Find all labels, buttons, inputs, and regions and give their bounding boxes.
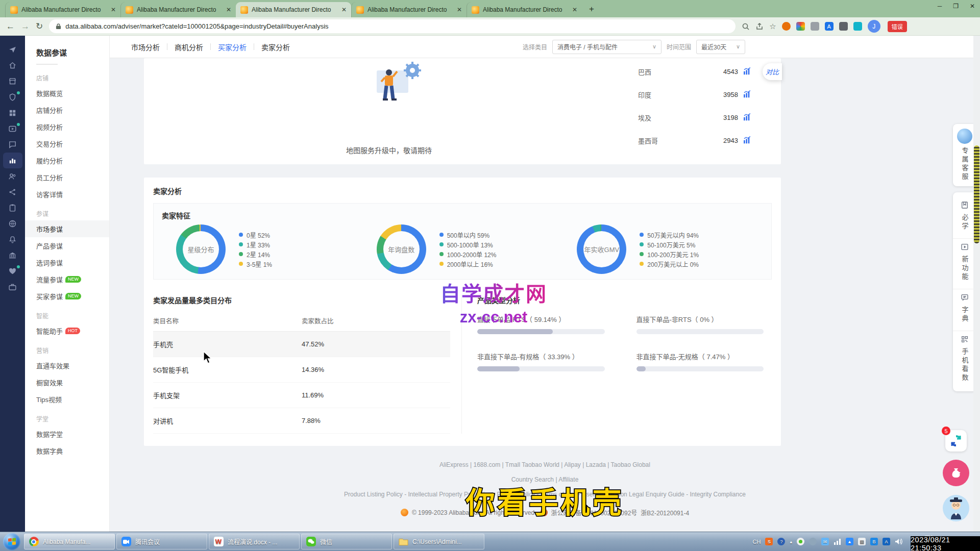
sidebar-item-数据概览[interactable]: 数据概览 — [25, 85, 109, 102]
signal-tray-icon[interactable] — [834, 538, 841, 545]
rail-shield-icon[interactable] — [3, 89, 22, 105]
sidebar-item-视频分析[interactable]: 视频分析 — [25, 118, 109, 135]
trend-chart-icon[interactable] — [743, 67, 751, 77]
rail-video-icon[interactable] — [3, 121, 22, 137]
student-avatar[interactable] — [943, 495, 969, 521]
sidebar-item-店铺分析[interactable]: 店铺分析 — [25, 102, 109, 118]
sidebar-item-产品参谋[interactable]: 产品参谋 — [25, 237, 109, 254]
clipboard-tray-icon[interactable]: ▤ — [858, 538, 866, 545]
scrollbar-thumb[interactable] — [974, 145, 979, 243]
search-icon[interactable] — [742, 22, 750, 31]
browser-tab-3[interactable]: Alibaba Manufacturer Directo✕ — [236, 2, 351, 17]
sidebar-item-流量参谋[interactable]: 流量参谋NEW — [25, 271, 109, 288]
tab-买家分析[interactable]: 买家分析 — [211, 42, 254, 52]
start-button[interactable] — [3, 533, 20, 550]
browser-tab-4[interactable]: Alibaba Manufacturer Directo✕ — [351, 2, 467, 17]
mail-tray-icon[interactable]: ✉ — [821, 538, 829, 545]
footer-policy-row[interactable]: Product Listing Policy - Intellectual Pr… — [110, 491, 980, 498]
country-row[interactable]: 巴西4543 — [638, 60, 751, 83]
new-tab-button[interactable]: + — [585, 3, 598, 15]
rail-bar-chart-icon[interactable] — [3, 153, 22, 168]
ime-tray-icon[interactable]: A — [883, 538, 890, 545]
language-indicator[interactable]: CH — [753, 539, 761, 545]
network-tray-icon[interactable] — [809, 538, 817, 545]
extension-icon-gray[interactable] — [811, 22, 819, 31]
rail-storefront-icon[interactable] — [3, 73, 22, 89]
help-icon[interactable]: ? — [777, 538, 785, 545]
rail-comment-icon[interactable] — [3, 137, 22, 153]
meeting-tray-icon[interactable]: ▲ — [846, 538, 853, 545]
profile-avatar[interactable]: J — [868, 20, 880, 33]
taskbar-button-wps[interactable]: W流程演说.docx - ... — [209, 534, 300, 549]
table-row[interactable]: 5G智能手机14.36% — [153, 357, 450, 383]
share-icon[interactable] — [755, 22, 764, 31]
bookmark-star-icon[interactable]: ☆ — [769, 22, 776, 31]
compare-button[interactable]: 对比 — [763, 63, 782, 80]
extension-icon-teal[interactable] — [853, 22, 862, 31]
page-scrollbar[interactable] — [973, 36, 980, 532]
extension-icon-multicolor[interactable] — [796, 22, 805, 31]
maximize-button[interactable]: ❐ — [953, 3, 959, 10]
trend-chart-icon[interactable] — [743, 136, 751, 145]
rail-grid-icon[interactable] — [3, 105, 22, 121]
tab-卖家分析[interactable]: 卖家分析 — [254, 42, 297, 52]
taskbar-button-wechat[interactable]: 微信 — [301, 534, 392, 549]
sidebar-item-履约分析[interactable]: 履约分析 — [25, 152, 109, 169]
footer-links-row1[interactable]: AliExpress | 1688.com | Tmall Taobao Wor… — [110, 461, 980, 468]
tab-商机分析[interactable]: 商机分析 — [167, 42, 210, 52]
tab-close-icon[interactable]: ✕ — [341, 6, 347, 13]
browser-tab-1[interactable]: Alibaba Manufacturer Directo✕ — [5, 2, 120, 17]
tray-expand-icon[interactable]: ▴ — [790, 539, 792, 544]
tab-close-icon[interactable]: ✕ — [111, 6, 116, 13]
rail-paper-plane-icon[interactable] — [3, 42, 22, 58]
sync-float-button[interactable]: 5 — [945, 430, 967, 452]
tab-close-icon[interactable]: ✕ — [457, 6, 462, 13]
category-select[interactable]: 消费电子 / 手机与配件 ∨ — [552, 40, 662, 54]
taskbar-button-chrome[interactable]: Alibaba Manufa... — [24, 534, 115, 549]
table-row[interactable]: 手机壳47.52% — [153, 332, 450, 357]
taskbar-button-meeting[interactable]: 腾讯会议 — [116, 534, 207, 549]
sidebar-item-数据字典[interactable]: 数据字典 — [25, 442, 109, 459]
browser-tab-2[interactable]: Alibaba Manufacturer Directo✕ — [120, 2, 236, 17]
country-row[interactable]: 墨西哥2943 — [638, 129, 751, 152]
rail-briefcase-icon[interactable] — [3, 279, 22, 295]
rail-share-icon[interactable] — [3, 184, 22, 200]
trend-chart-icon[interactable] — [743, 90, 751, 99]
sidebar-item-Tips视频[interactable]: Tips视频 — [25, 391, 109, 408]
footer-links-row2[interactable]: Country Search | Affiliate — [110, 476, 980, 483]
tab-close-icon[interactable]: ✕ — [572, 6, 577, 13]
tab-市场分析[interactable]: 市场分析 — [124, 42, 167, 52]
sidebar-item-选词参谋[interactable]: 选词参谋 — [25, 254, 109, 271]
back-icon[interactable]: ← — [6, 22, 15, 31]
wechat-tray-icon[interactable] — [797, 538, 804, 545]
tab-close-icon[interactable]: ✕ — [226, 6, 231, 13]
url-bar[interactable]: data.alibaba.com/adviser/market?cateId=1… — [49, 19, 736, 33]
country-row[interactable]: 埃及3198 — [638, 106, 751, 129]
country-row[interactable]: 印度3958 — [638, 83, 751, 106]
table-row[interactable]: 手机支架11.69% — [153, 383, 450, 408]
error-badge[interactable]: 错误 — [888, 21, 907, 32]
rail-bell-icon[interactable] — [3, 232, 22, 247]
taskbar-button-folder[interactable]: C:\Users\Admini... — [394, 534, 484, 549]
sidebar-item-交易分析[interactable]: 交易分析 — [25, 135, 109, 152]
extension-icon-orange[interactable] — [782, 22, 791, 31]
volume-tray-icon[interactable] — [895, 538, 902, 545]
rail-globe-icon[interactable] — [3, 216, 22, 232]
trend-chart-icon[interactable] — [743, 113, 751, 122]
sogou-icon[interactable]: S — [765, 538, 773, 545]
rail-bank-icon[interactable] — [3, 247, 22, 263]
browser-tab-5[interactable]: Alibaba Manufacturer Directo✕ — [467, 2, 582, 17]
rail-users-icon[interactable] — [3, 168, 22, 184]
reload-icon[interactable]: ↻ — [36, 22, 43, 31]
rail-clipboard-icon[interactable] — [3, 200, 22, 216]
sidebar-item-访客详情[interactable]: 访客详情 — [25, 186, 109, 203]
sidebar-item-橱窗效果[interactable]: 橱窗效果 — [25, 374, 109, 391]
rewards-float-button[interactable] — [943, 460, 969, 486]
forward-icon[interactable]: → — [21, 22, 30, 31]
sidebar-item-市场参谋[interactable]: 市场参谋 — [25, 220, 109, 237]
sidebar-item-直通车效果[interactable]: 直通车效果 — [25, 357, 109, 374]
extension-puzzle-icon[interactable] — [839, 22, 848, 31]
rail-home-icon[interactable] — [3, 58, 22, 73]
extension-icon-translate[interactable]: A — [825, 22, 834, 31]
sidebar-item-智能助手[interactable]: 智能助手HOT — [25, 322, 109, 339]
